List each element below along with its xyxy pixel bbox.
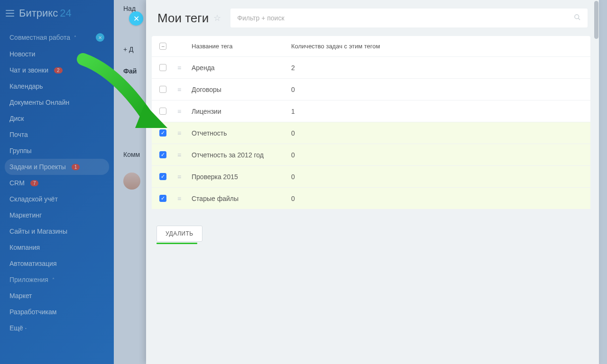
favorite-star-icon[interactable]: ☆ bbox=[213, 13, 221, 23]
modal-title: Мои теги ☆ bbox=[157, 11, 221, 26]
row-checkbox[interactable] bbox=[159, 173, 166, 180]
tag-count: 0 bbox=[291, 173, 586, 181]
modal-title-text: Мои теги bbox=[157, 11, 209, 26]
column-name[interactable]: Название тега bbox=[192, 43, 291, 50]
drag-handle-icon[interactable]: ≡ bbox=[177, 129, 192, 137]
svg-line-1 bbox=[579, 18, 580, 20]
tags-table: Название тега Количество задач с этим те… bbox=[152, 36, 590, 209]
row-checkbox[interactable] bbox=[159, 108, 166, 115]
tag-name: Договоры bbox=[192, 86, 291, 93]
table-row[interactable]: ≡Проверка 20150 bbox=[152, 166, 590, 188]
search-box[interactable] bbox=[230, 9, 588, 27]
tag-count: 1 bbox=[291, 108, 586, 115]
tag-name: Отчетность bbox=[192, 129, 291, 137]
drag-handle-icon[interactable]: ≡ bbox=[177, 173, 192, 181]
tag-count: 0 bbox=[291, 195, 586, 202]
table-row[interactable]: ≡Лицензии1 bbox=[152, 100, 590, 122]
drag-handle-icon[interactable]: ≡ bbox=[177, 108, 192, 115]
drag-handle-icon[interactable]: ≡ bbox=[177, 195, 192, 202]
table-header: Название тега Количество задач с этим те… bbox=[152, 36, 590, 57]
tag-count: 2 bbox=[291, 64, 586, 72]
table-row[interactable]: ≡Старые файлы0 bbox=[152, 188, 590, 209]
tag-name: Старые файлы bbox=[192, 195, 291, 202]
highlight-underline bbox=[156, 243, 197, 244]
tag-name: Проверка 2015 bbox=[192, 173, 291, 181]
tags-modal: Мои теги ☆ Название тега Количество зада… bbox=[146, 0, 599, 364]
drag-handle-icon[interactable]: ≡ bbox=[177, 86, 192, 93]
svg-point-0 bbox=[575, 15, 579, 19]
search-icon[interactable] bbox=[574, 14, 581, 22]
modal-close-button[interactable]: ✕ bbox=[129, 11, 143, 26]
table-row[interactable]: ≡Аренда2 bbox=[152, 57, 590, 79]
search-input[interactable] bbox=[237, 14, 574, 22]
select-all-checkbox[interactable] bbox=[159, 43, 166, 50]
tag-count: 0 bbox=[291, 129, 586, 137]
tag-count: 0 bbox=[291, 151, 586, 159]
tag-name: Аренда bbox=[192, 64, 291, 72]
drag-handle-icon[interactable]: ≡ bbox=[177, 151, 192, 159]
close-icon: ✕ bbox=[133, 14, 139, 23]
drag-handle-icon[interactable]: ≡ bbox=[177, 64, 192, 72]
table-row[interactable]: ≡Отчетность за 2012 год0 bbox=[152, 144, 590, 166]
row-checkbox[interactable] bbox=[159, 129, 166, 136]
tag-name: Лицензии bbox=[192, 108, 291, 115]
row-checkbox[interactable] bbox=[159, 64, 166, 71]
modal-header: Мои теги ☆ bbox=[146, 0, 599, 36]
row-checkbox[interactable] bbox=[159, 86, 166, 93]
tag-name: Отчетность за 2012 год bbox=[192, 151, 291, 159]
row-checkbox[interactable] bbox=[159, 195, 166, 202]
modal-actions: УДАЛИТЬ bbox=[146, 217, 599, 254]
column-count[interactable]: Количество задач с этим тегом bbox=[291, 43, 586, 50]
row-checkbox[interactable] bbox=[159, 151, 166, 158]
table-row[interactable]: ≡Отчетность0 bbox=[152, 122, 590, 144]
delete-button[interactable]: УДАЛИТЬ bbox=[156, 226, 202, 242]
scrollbar[interactable] bbox=[594, 1, 598, 39]
tag-count: 0 bbox=[291, 86, 586, 93]
table-row[interactable]: ≡Договоры0 bbox=[152, 79, 590, 100]
